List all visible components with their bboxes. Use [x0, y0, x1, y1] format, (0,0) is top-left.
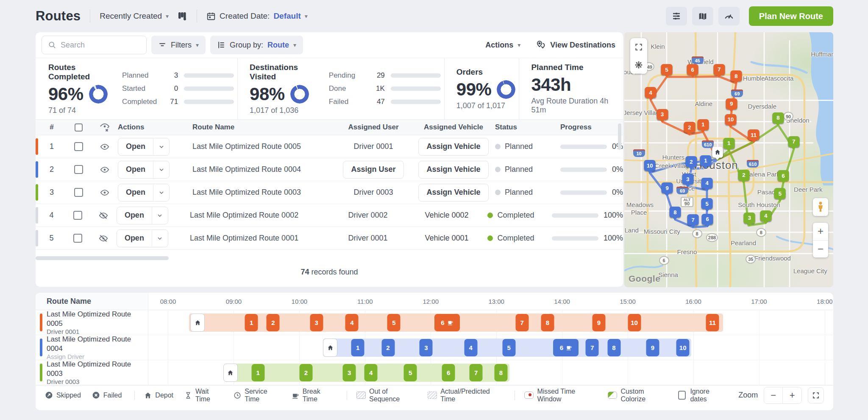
ignore-dates-toggle[interactable]: Ignore dates	[678, 388, 721, 403]
map-zoom-in-button[interactable]: +	[813, 223, 828, 241]
row-checkbox[interactable]	[73, 234, 82, 243]
stop-marker[interactable]: 8	[495, 364, 508, 381]
map-stop-marker-orange-1[interactable]: 1	[697, 119, 709, 130]
assign-vehicle-button[interactable]: Assign Vehicle	[418, 161, 488, 179]
row-visibility-toggle[interactable]	[92, 165, 118, 174]
row-visibility-toggle[interactable]	[92, 188, 118, 197]
map-stop-marker-blue-1[interactable]: 1	[700, 155, 711, 166]
map-stop-marker-orange-10[interactable]: 10	[725, 114, 736, 125]
stop-marker[interactable]: 8	[541, 314, 554, 331]
group-by-button[interactable]: Group by: Route ▾	[210, 36, 303, 54]
row-checkbox[interactable]	[73, 211, 82, 220]
filters-button[interactable]: Filters ▾	[151, 36, 206, 54]
map-stop-marker-green-5[interactable]: 5	[774, 188, 786, 199]
checkbox[interactable]	[75, 123, 83, 132]
assign-vehicle-button[interactable]: Assign Vehicle	[418, 138, 488, 156]
map-depot-marker[interactable]	[712, 147, 723, 158]
map[interactable]: KleinWestfieldHumbleAtascocitaHuffmanLou…	[624, 32, 833, 287]
horizontal-scrollbar[interactable]	[36, 256, 169, 260]
stop-marker[interactable]: 5	[404, 364, 417, 381]
stop-marker[interactable]: 5	[502, 339, 515, 356]
stop-marker[interactable]: 4	[345, 314, 359, 331]
map-stop-marker-orange-8[interactable]: 8	[730, 70, 742, 81]
created-date-dropdown[interactable]: Created Date: Default ▾	[206, 11, 308, 21]
select-all-checkbox[interactable]	[65, 123, 92, 132]
stop-marker[interactable]: 1	[351, 339, 364, 356]
map-settings-gear-icon[interactable]	[634, 60, 643, 70]
assign-vehicle-button[interactable]: Assign Vehicle	[418, 184, 488, 202]
map-stop-marker-green-1[interactable]: 1	[723, 138, 734, 149]
search-input[interactable]	[61, 41, 140, 50]
row-checkbox[interactable]	[74, 142, 83, 151]
stop-marker[interactable]: 3	[310, 314, 323, 331]
fullscreen-icon[interactable]	[634, 43, 643, 51]
map-zoom-out-button[interactable]: −	[813, 241, 828, 258]
open-route-button[interactable]: Open	[118, 184, 170, 202]
map-stop-marker-orange-2[interactable]: 2	[684, 122, 695, 133]
map-stop-marker-green-2[interactable]: 2	[738, 170, 749, 181]
stop-marker[interactable]: 4	[464, 339, 477, 356]
map-stop-marker-green-8[interactable]: 8	[772, 112, 784, 123]
row-visibility-toggle[interactable]	[91, 234, 117, 243]
map-stop-marker-blue-4[interactable]: 4	[701, 178, 713, 189]
stop-marker[interactable]: 7	[470, 364, 483, 381]
stop-marker[interactable]: 3	[420, 339, 433, 356]
stop-marker[interactable]: 11	[706, 314, 719, 331]
map-stop-marker-green-6[interactable]: 6	[778, 170, 789, 181]
stop-marker[interactable]: 5	[387, 314, 401, 331]
open-dropdown-chevron[interactable]	[153, 138, 169, 155]
map-stop-marker-blue-3[interactable]: 3	[682, 174, 693, 185]
open-dropdown-chevron[interactable]	[153, 161, 169, 178]
stop-marker[interactable]: 1	[251, 364, 264, 381]
map-stop-marker-blue-9[interactable]: 9	[662, 182, 673, 193]
gantt-zoom-out-button[interactable]: −	[764, 387, 783, 403]
gantt-zoom-in-button[interactable]: +	[783, 387, 801, 403]
map-stop-marker-blue-10[interactable]: 10	[644, 160, 656, 171]
open-route-button[interactable]: Open	[117, 230, 168, 247]
vertical-scrollbar[interactable]	[618, 123, 621, 150]
open-route-button[interactable]: Open	[117, 207, 168, 224]
visibility-all-toggle[interactable]	[92, 122, 118, 132]
map-stop-marker-green-3[interactable]: 3	[744, 213, 755, 224]
route-settings-button[interactable]	[666, 7, 687, 25]
map-stop-marker-blue-8[interactable]: 8	[669, 207, 681, 218]
stop-marker[interactable]: 10	[628, 314, 641, 331]
map-stop-marker-blue-2[interactable]: 2	[685, 156, 697, 167]
row-visibility-toggle[interactable]	[91, 211, 117, 220]
row-checkbox[interactable]	[74, 165, 83, 174]
stop-marker[interactable]: 7	[515, 314, 529, 331]
stop-marker[interactable]: 10	[676, 339, 690, 356]
open-dropdown-chevron[interactable]	[152, 207, 168, 224]
stop-marker[interactable]: 3	[343, 364, 356, 381]
stop-marker[interactable]: 6	[442, 364, 455, 381]
map-stop-marker-blue-7[interactable]: 7	[687, 214, 699, 225]
map-stop-marker-orange-11[interactable]: 11	[748, 129, 760, 140]
stop-marker[interactable]: 2	[381, 339, 395, 356]
map-stop-marker-orange-4[interactable]: 4	[645, 87, 657, 98]
gantt-fullscreen-button[interactable]	[808, 387, 824, 403]
depot-marker[interactable]	[223, 364, 238, 382]
plan-new-route-button[interactable]: Plan New Route	[749, 6, 833, 26]
view-destinations-button[interactable]: View Destinations	[536, 40, 615, 50]
assign-user-button[interactable]: Assign User	[343, 161, 403, 179]
map-stop-marker-blue-6[interactable]: 6	[702, 214, 713, 225]
open-route-button[interactable]: Open	[118, 161, 170, 179]
columns-settings-icon[interactable]	[177, 11, 187, 21]
actions-dropdown[interactable]: Actions ▾	[485, 41, 520, 50]
stop-marker[interactable]: 8	[607, 339, 620, 356]
map-stop-marker-orange-9[interactable]: 9	[726, 98, 737, 109]
stop-marker[interactable]: 9	[592, 314, 605, 331]
stop-marker[interactable]: 6	[553, 339, 579, 356]
row-visibility-toggle[interactable]	[92, 142, 118, 151]
depot-marker[interactable]	[190, 314, 205, 332]
stop-marker[interactable]: 2	[299, 364, 312, 381]
map-stop-marker-orange-3[interactable]: 3	[657, 109, 668, 120]
map-view-button[interactable]	[692, 7, 713, 25]
map-stop-marker-blue-5[interactable]: 5	[701, 198, 713, 209]
stop-marker[interactable]: 4	[364, 364, 378, 381]
stop-marker[interactable]: 6	[434, 314, 460, 331]
ignore-dates-checkbox[interactable]	[678, 391, 686, 400]
stop-marker[interactable]: 2	[267, 314, 280, 331]
map-stop-marker-orange-7[interactable]: 7	[713, 64, 725, 75]
row-checkbox[interactable]	[74, 188, 83, 197]
